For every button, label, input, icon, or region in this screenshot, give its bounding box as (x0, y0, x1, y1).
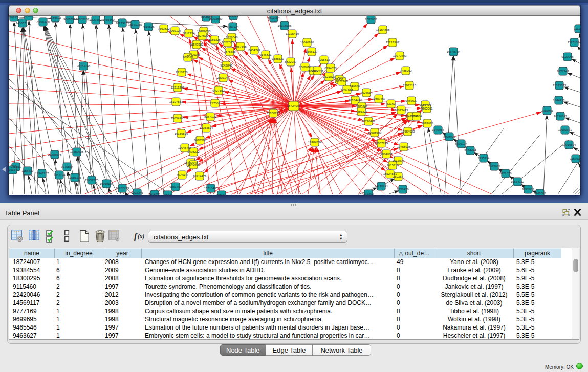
svg-text:18724007: 18724007 (287, 104, 301, 107)
svg-text:9084067: 9084067 (380, 152, 393, 156)
svg-text:989613: 989613 (183, 56, 193, 59)
svg-text:9990448: 9990448 (311, 69, 323, 72)
svg-text:2186632: 2186632 (49, 16, 61, 19)
svg-text:10653267: 10653267 (76, 18, 90, 21)
svg-text:16033809: 16033809 (209, 17, 223, 20)
svg-text:9827505: 9827505 (222, 41, 234, 44)
svg-text:9515400: 9515400 (419, 103, 431, 106)
svg-text:1244413: 1244413 (553, 99, 565, 102)
svg-text:8678332: 8678332 (194, 139, 206, 142)
svg-text:1640954: 1640954 (432, 128, 444, 132)
svg-text:1451194: 1451194 (54, 173, 66, 177)
svg-text:6497568: 6497568 (341, 88, 353, 91)
svg-text:16107553: 16107553 (169, 100, 183, 103)
svg-text:9245652: 9245652 (522, 188, 534, 191)
svg-text:717008: 717008 (210, 102, 221, 105)
svg-text:10958107: 10958107 (100, 182, 114, 185)
svg-text:9414571: 9414571 (148, 193, 161, 195)
svg-text:1185962: 1185962 (356, 105, 368, 108)
svg-text:16648784: 16648784 (447, 50, 461, 53)
svg-text:7386322: 7386322 (355, 110, 367, 113)
svg-text:1527602: 1527602 (90, 18, 102, 21)
svg-text:9777169: 9777169 (336, 80, 348, 83)
svg-text:(x): (x) (138, 233, 145, 240)
svg-text:9975867: 9975867 (61, 165, 73, 168)
svg-text:175302: 175302 (363, 192, 374, 195)
svg-text:3624554: 3624554 (360, 91, 373, 94)
svg-text:1588520: 1588520 (272, 57, 284, 60)
svg-text:12505135: 12505135 (68, 176, 82, 179)
svg-text:9305561: 9305561 (421, 107, 433, 110)
svg-text:62160: 62160 (387, 102, 396, 105)
svg-text:15751074: 15751074 (568, 41, 580, 44)
svg-text:1696127: 1696127 (306, 50, 318, 53)
svg-text:10654112: 10654112 (511, 180, 525, 183)
svg-text:1156819: 1156819 (22, 169, 34, 172)
svg-text:1540995: 1540995 (187, 163, 200, 166)
svg-text:8471676: 8471676 (499, 172, 512, 175)
svg-text:7663822: 7663822 (158, 27, 170, 30)
svg-text:1226546: 1226546 (226, 36, 238, 39)
svg-text:9242848: 9242848 (220, 64, 232, 67)
svg-text:7515526: 7515526 (142, 25, 155, 28)
svg-text:16914479: 16914479 (193, 174, 207, 178)
svg-text:12942757: 12942757 (35, 172, 49, 175)
svg-text:9129966: 9129966 (561, 55, 574, 58)
svg-text:15716485: 15716485 (204, 187, 218, 190)
svg-text:20053346: 20053346 (77, 64, 91, 68)
svg-text:3498222: 3498222 (187, 150, 200, 154)
svg-text:20893: 20893 (10, 16, 18, 19)
svg-text:8186328: 8186328 (208, 38, 221, 41)
svg-text:9445062: 9445062 (534, 192, 546, 195)
svg-text:1167534: 1167534 (570, 157, 580, 160)
svg-text:10719155: 10719155 (116, 21, 129, 25)
svg-text:17016504: 17016504 (562, 143, 576, 146)
svg-text:19692971: 19692971 (558, 128, 572, 132)
svg-text:1612074: 1612074 (392, 159, 404, 162)
svg-text:8813054: 8813054 (268, 16, 280, 19)
svg-text:9174444: 9174444 (464, 149, 476, 152)
svg-text:12353594: 12353594 (200, 126, 213, 129)
svg-text:7955812: 7955812 (318, 58, 330, 61)
svg-text:19218506: 19218506 (278, 24, 292, 27)
svg-text:15226058: 15226058 (197, 30, 211, 33)
svg-text:3215955: 3215955 (541, 109, 553, 112)
svg-text:9427552: 9427552 (212, 89, 225, 92)
svg-text:111207: 111207 (574, 27, 580, 30)
svg-text:9699695: 9699695 (421, 122, 433, 125)
svg-text:9960124: 9960124 (169, 29, 181, 32)
svg-text:8454749: 8454749 (248, 49, 260, 52)
svg-text:39154: 39154 (9, 168, 17, 171)
svg-text:9146821: 9146821 (259, 53, 272, 56)
svg-text:16671355: 16671355 (128, 23, 142, 26)
svg-text:10025433: 10025433 (395, 108, 408, 112)
svg-text:8938923: 8938923 (443, 135, 455, 138)
svg-text:9227343: 9227343 (557, 70, 569, 73)
svg-text:9063895: 9063895 (63, 18, 76, 21)
svg-text:19756928: 19756928 (397, 145, 411, 148)
svg-text:2087682: 2087682 (365, 18, 377, 21)
svg-text:1292346: 1292346 (131, 191, 143, 194)
svg-text:252254: 252254 (393, 175, 404, 178)
svg-text:10807467: 10807467 (372, 97, 386, 100)
svg-text:20206576: 20206576 (48, 153, 62, 156)
svg-text:1733426: 1733426 (397, 188, 409, 191)
svg-text:1615112: 1615112 (387, 164, 399, 167)
svg-text:2935114: 2935114 (478, 157, 490, 160)
svg-text:2967608: 2967608 (234, 45, 247, 48)
svg-text:20691406: 20691406 (36, 20, 50, 24)
svg-text:16543382: 16543382 (190, 43, 204, 46)
svg-text:6879197: 6879197 (455, 142, 467, 145)
svg-text:11325419: 11325419 (286, 32, 299, 35)
svg-text:6466160: 6466160 (102, 18, 115, 21)
svg-text:10688609: 10688609 (368, 131, 382, 134)
svg-text:2718126: 2718126 (176, 71, 188, 74)
svg-text:12975115: 12975115 (403, 84, 417, 87)
svg-text:7625402: 7625402 (176, 173, 188, 177)
svg-text:3875685: 3875685 (224, 50, 236, 53)
svg-text:19654965: 19654965 (171, 117, 185, 120)
svg-text:25300285: 25300285 (267, 112, 280, 115)
svg-text:18807249: 18807249 (375, 142, 388, 145)
svg-text:14055712: 14055712 (16, 21, 30, 25)
svg-text:8267130: 8267130 (204, 115, 216, 118)
